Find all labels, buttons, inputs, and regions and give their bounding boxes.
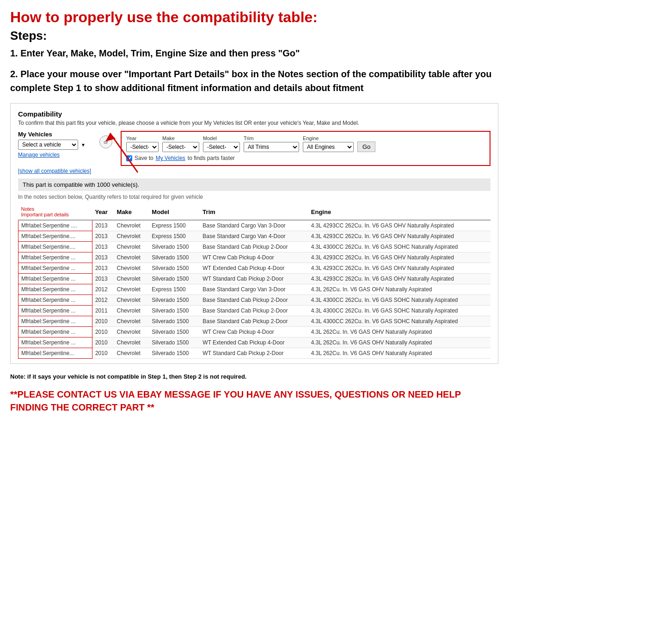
model-cell: Silverado 1500 [149,242,200,252]
table-row: Mfrlabel:Serpentine ...2010ChevroletSilv… [18,337,491,348]
manage-vehicles-link[interactable]: Manage vehicles [18,152,91,158]
make-cell: Chevrolet [114,263,149,274]
model-cell: Express 1500 [149,220,200,231]
year-cell: 2012 [92,295,114,306]
trim-cell: Base Standard Cab Pickup 2-Door [200,316,308,327]
th-make: Make [114,204,149,220]
year-cell: 2013 [92,274,114,284]
engine-cell: 4.3L 4293CC 262Cu. In. V6 GAS OHV Natura… [308,220,490,231]
make-cell: Chevrolet [114,220,149,231]
trim-cell: WT Extended Cab Pickup 4-Door [200,263,308,274]
table-row: Mfrlabel:Serpentine ...2012ChevroletExpr… [18,284,491,295]
notes-cell: Mfrlabel:Serpentine ... [18,252,92,263]
model-cell: Silverado 1500 [149,295,200,306]
engine-cell: 4.3L 4293CC 262Cu. In. V6 GAS OHV Natura… [308,231,490,242]
make-cell: Chevrolet [114,306,149,316]
engine-cell: 4.3L 4300CC 262Cu. In. V6 GAS SOHC Natur… [308,306,490,316]
my-vehicles-select-row: Select a vehicle ▼ [18,140,91,150]
engine-cell: 4.3L 262Cu. In. V6 GAS OHV Naturally Asp… [308,327,490,337]
engine-cell: 4.3L 262Cu. In. V6 GAS OHV Naturally Asp… [308,284,490,295]
table-row: Mfrlabel:Serpentine ....2013ChevroletExp… [18,220,491,231]
engine-cell: 4.3L 262Cu. In. V6 GAS OHV Naturally Asp… [308,348,490,359]
table-row: Mfrlabel:Serpentine....2013ChevroletExpr… [18,231,491,242]
trim-cell: Base Standard Cargo Van 3-Door [200,220,308,231]
save-label-suffix: to finds parts faster [188,155,235,161]
quantity-note: In the notes section below, Quantity ref… [18,194,490,200]
trim-cell: Base Standard Cargo Van 3-Door [200,284,308,295]
contact-text: **PLEASE CONTACT US VIA EBAY MESSAGE IF … [10,388,498,414]
make-cell: Chevrolet [114,295,149,306]
vehicle-entry-row: Year -Select- Make -Select- Model -Selec… [126,135,485,152]
engine-select[interactable]: All Engines [303,142,354,152]
make-cell: Chevrolet [114,242,149,252]
notes-cell: Mfrlabel:Serpentine ... [18,263,92,274]
year-cell: 2010 [92,327,114,337]
model-cell: Silverado 1500 [149,252,200,263]
trim-label: Trim [244,135,299,141]
my-vehicles-save-link[interactable]: My Vehicles [156,155,185,161]
trim-field-group: Trim All Trims [244,135,299,152]
vehicle-entry-box: Year -Select- Make -Select- Model -Selec… [121,131,490,166]
year-field-group: Year -Select- [126,135,159,152]
make-select[interactable]: -Select- [162,142,199,152]
year-label: Year [126,135,159,141]
engine-cell: 4.3L 4300CC 262Cu. In. V6 GAS SOHC Natur… [308,316,490,327]
th-engine: Engine [308,204,490,220]
make-cell: Chevrolet [114,274,149,284]
engine-cell: 4.3L 4300CC 262Cu. In. V6 GAS SOHC Natur… [308,295,490,306]
model-cell: Express 1500 [149,231,200,242]
compat-title: Compatibility [18,110,490,118]
save-checkbox[interactable] [126,155,132,161]
year-cell: 2013 [92,231,114,242]
compatibility-table: Notes Important part details Year Make M… [18,204,490,359]
engine-cell: 4.3L 4293CC 262Cu. In. V6 GAS OHV Natura… [308,274,490,284]
step2-text: 2. Place your mouse over "Important Part… [10,67,498,95]
notes-cell: Mfrlabel:Serpentine.... [18,242,92,252]
engine-cell: 4.3L 4300CC 262Cu. In. V6 GAS SOHC Natur… [308,242,490,252]
trim-cell: Base Standard Cargo Van 4-Door [200,231,308,242]
notes-cell: Mfrlabel:Serpentine ... [18,337,92,348]
table-row: Mfrlabel:Serpentine ...2013ChevroletSilv… [18,274,491,284]
year-select[interactable]: -Select- [126,142,159,152]
notes-cell: Mfrlabel:Serpentine.... [18,231,92,242]
table-header-row: Notes Important part details Year Make M… [18,204,491,220]
main-title: How to properly use the compatibility ta… [10,8,498,26]
year-cell: 2010 [92,316,114,327]
engine-cell: 4.3L 4293CC 262Cu. In. V6 GAS OHV Natura… [308,263,490,274]
save-checkbox-row: Save to My Vehicles to finds parts faste… [126,155,485,161]
trim-cell: WT Crew Cab Pickup 4-Door [200,327,308,337]
step1-text: 1. Enter Year, Make, Model, Trim, Engine… [10,47,498,60]
make-cell: Chevrolet [114,327,149,337]
make-cell: Chevrolet [114,348,149,359]
notes-cell: Mfrlabel:Serpentine ... [18,274,92,284]
select-vehicle-dropdown[interactable]: Select a vehicle [18,140,78,150]
notes-cell: Mfrlabel:Serpentine ... [18,295,92,306]
model-cell: Silverado 1500 [149,337,200,348]
table-row: Mfrlabel:Serpentine ...2012ChevroletSilv… [18,295,491,306]
table-row: Mfrlabel:Serpentine ...2011ChevroletSilv… [18,306,491,316]
my-vehicles-label: My Vehicles [18,131,91,138]
trim-select[interactable]: All Trims [244,142,299,152]
model-cell: Silverado 1500 [149,316,200,327]
table-row: Mfrlabel:Serpentine ...2013ChevroletSilv… [18,263,491,274]
model-cell: Silverado 1500 [149,306,200,316]
model-field-group: Model -Select- [203,135,240,152]
make-cell: Chevrolet [114,284,149,295]
engine-cell: 4.3L 262Cu. In. V6 GAS OHV Naturally Asp… [308,337,490,348]
model-cell: Silverado 1500 [149,348,200,359]
th-year: Year [92,204,114,220]
notes-cell: Mfrlabel:Serpentine ... [18,306,92,316]
go-button[interactable]: Go [357,141,375,152]
show-all-compatible-link[interactable]: [show all compatible vehicles] [18,168,91,174]
model-select[interactable]: -Select- [203,142,240,152]
note-text: Note: if it says your vehicle is not com… [10,372,498,381]
year-cell: 2013 [92,242,114,252]
notes-cell: Mfrlabel:Serpentine .... [18,220,92,231]
year-cell: 2010 [92,348,114,359]
trim-cell: WT Crew Cab Pickup 4-Door [200,252,308,263]
make-field-group: Make -Select- [162,135,199,152]
trim-cell: Base Standard Cab Pickup 2-Door [200,306,308,316]
table-row: Mfrlabel:Serpentine ...2010ChevroletSilv… [18,327,491,337]
my-vehicles-section: My Vehicles Select a vehicle ▼ Manage ve… [18,131,490,175]
my-vehicles-column: My Vehicles Select a vehicle ▼ Manage ve… [18,131,91,175]
